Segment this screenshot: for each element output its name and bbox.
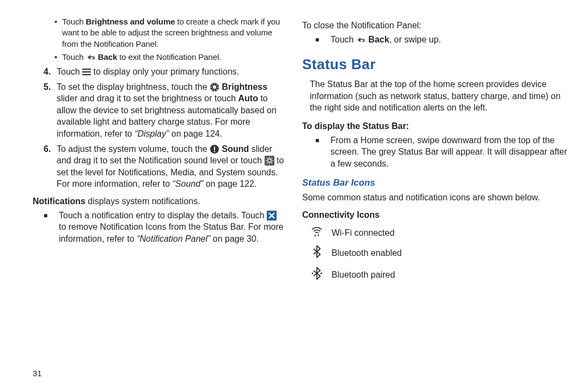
notification-detail: ■ Touch a notification entry to display … (44, 210, 286, 245)
text: slider and drag it to set the brightness… (57, 94, 238, 103)
status-icons-para: Some common status and notification icon… (302, 192, 568, 204)
text: on page 122. (203, 179, 256, 188)
text-bold: Brightness (219, 82, 267, 91)
page: • Touch Brightness and volume to create … (0, 0, 588, 365)
square-bullet-icon: ■ (315, 34, 330, 46)
text: on page 30. (210, 234, 259, 243)
square-bullet-icon: ■ (44, 210, 59, 245)
step-number: 5. (44, 81, 57, 140)
text-bold: Sound (219, 144, 249, 154)
svg-rect-14 (214, 146, 215, 150)
bullet-dot: • (54, 16, 62, 50)
text: on page 124. (169, 129, 222, 138)
bullet-text: Touch Brightness and volume to create a … (62, 16, 286, 50)
svg-rect-1 (82, 71, 91, 72)
bullet-brightness-volume: • Touch Brightness and volume to create … (54, 16, 286, 50)
text: to exit the Notification Panel. (117, 52, 221, 62)
display-status-title: To display the Status Bar: (302, 120, 568, 132)
text: Touch (57, 67, 82, 76)
brightness-icon (210, 82, 219, 92)
notifications-para: Notifications displays system notificati… (33, 195, 286, 207)
settings-gear-icon (265, 156, 274, 166)
svg-point-29 (320, 272, 322, 274)
back-icon (86, 53, 96, 60)
status-bar-heading: Status Bar (302, 55, 568, 74)
bluetooth-icon (310, 244, 324, 262)
svg-point-15 (214, 151, 215, 152)
left-column: • Touch Brightness and volume to create … (20, 16, 286, 354)
text: To adjust the system volume, touch the (57, 144, 210, 154)
bluetooth-enabled-label: Bluetooth enabled (332, 247, 402, 259)
bullet-dot: • (54, 52, 62, 63)
bullet-back-exit: • Touch Back to exit the Notification Pa… (54, 52, 286, 63)
svg-rect-2 (82, 74, 91, 75)
right-column: To close the Notification Panel: ■ Touch… (302, 16, 568, 354)
svg-point-4 (213, 85, 216, 88)
text: Touch (330, 35, 356, 44)
bluetooth-paired-row: Bluetooth paired (310, 266, 568, 284)
close-panel-step: ■ Touch Back, or swipe up. (315, 34, 568, 46)
wifi-icon (310, 225, 324, 241)
svg-point-28 (311, 272, 313, 274)
text-bold: Notifications (33, 197, 85, 206)
text: to display only your primary functions. (91, 67, 239, 76)
sound-icon (210, 144, 219, 154)
text-ref: “Display” (134, 129, 169, 138)
menu-lines-icon (82, 67, 91, 75)
text-ref: “Sound” (173, 179, 204, 188)
text-body: Touch a notification entry to display th… (59, 210, 286, 245)
step-5: 5. To set the display brightness, touch … (44, 81, 286, 140)
text: Touch (62, 52, 86, 62)
text: Touch a notification entry to display th… (59, 211, 267, 220)
wifi-label: Wi-Fi connected (332, 227, 395, 239)
svg-rect-0 (82, 69, 91, 70)
bluetooth-paired-icon (310, 266, 324, 284)
step-6: 6. To adjust the system volume, touch th… (44, 143, 286, 190)
text: To set the display brightness, touch the (57, 82, 210, 91)
close-x-icon (267, 211, 277, 220)
step-number: 6. (44, 143, 57, 190)
text-bold: Back (96, 52, 118, 62)
text-body: From a Home screen, swipe downward from … (330, 134, 568, 170)
bluetooth-paired-label: Bluetooth paired (332, 269, 395, 281)
text-ref: “Notification Panel” (137, 234, 210, 243)
step-body: To set the display brightness, touch the… (57, 81, 286, 140)
bullet-text: Touch Back to exit the Notification Pane… (62, 52, 221, 63)
step-body: To adjust the system volume, touch the S… (57, 143, 286, 190)
text-body: Touch Back, or swipe up. (330, 34, 441, 46)
status-bar-para: The Status Bar at the top of the home sc… (310, 78, 568, 114)
wifi-row: Wi-Fi connected (310, 225, 568, 241)
bluetooth-enabled-row: Bluetooth enabled (310, 244, 568, 262)
close-panel-title: To close the Notification Panel: (302, 20, 568, 32)
step-number: 4. (44, 66, 57, 78)
square-bullet-icon: ■ (315, 134, 330, 170)
text: Touch (62, 17, 86, 26)
text-bold: Auto (238, 94, 258, 103)
text-bold: Back (366, 35, 389, 44)
display-status-step: ■ From a Home screen, swipe downward fro… (315, 134, 568, 170)
page-number: 31 (33, 368, 42, 379)
text-bold: Brightness and volume (86, 17, 175, 26)
step-body: Touch to display only your primary funct… (57, 66, 286, 78)
step-4: 4. Touch to display only your primary fu… (44, 66, 286, 78)
text: displays system notifications. (85, 197, 200, 206)
back-icon (356, 35, 366, 42)
text: , or swipe up. (389, 35, 441, 44)
status-bar-icons-heading: Status Bar Icons (302, 177, 568, 189)
connectivity-title: Connectivity Icons (302, 209, 568, 221)
